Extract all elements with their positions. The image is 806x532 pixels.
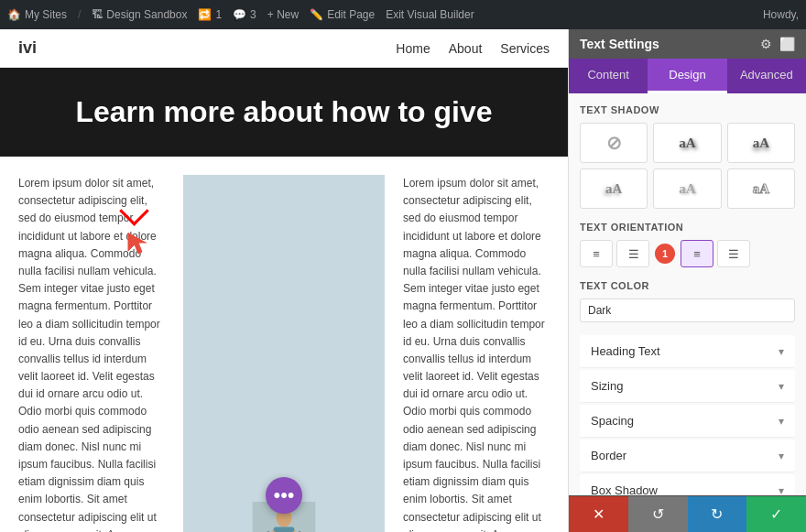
undo-icon: ↺ — [652, 505, 664, 523]
text-color-row: Dark Light Custom — [580, 299, 795, 322]
shadow-left[interactable]: aA — [580, 168, 648, 209]
chevron-down-icon: ▾ — [779, 345, 784, 358]
nav-home[interactable]: Home — [396, 41, 430, 56]
shadow-none[interactable]: ⊘ — [580, 123, 648, 163]
align-left-icon: ≡ — [593, 247, 600, 261]
text-color-select[interactable]: Dark Light Custom — [580, 299, 795, 322]
tab-content[interactable]: Content — [569, 59, 648, 93]
site-nav: ivi Home About Services — [0, 29, 568, 68]
panel-header-icons: ⚙ ⬜ — [760, 37, 795, 51]
right-panel: Text Settings ⚙ ⬜ Content Design Advance… — [568, 29, 806, 532]
text-color-label: Text Color — [580, 280, 795, 291]
no-shadow-icon: ⊘ — [606, 132, 622, 154]
save-icon: ✓ — [770, 505, 782, 523]
settings-icon[interactable]: ⚙ — [760, 37, 772, 51]
chevron-down-icon-4: ▾ — [779, 450, 784, 462]
hero-heading: Learn more about how to give — [18, 95, 550, 129]
shadow-left-label: aA — [605, 181, 622, 197]
new-item[interactable]: + New — [267, 8, 299, 21]
redo-button[interactable]: ↻ — [688, 496, 747, 532]
box-shadow-label: Box Shadow — [591, 483, 658, 495]
accordion-spacing[interactable]: Spacing ▾ — [580, 405, 795, 438]
panel-toolbar: ✕ ↺ ↻ ✓ — [569, 495, 806, 532]
page-area: ivi Home About Services Learn more about… — [0, 29, 568, 532]
shadow-bottom[interactable]: aA — [727, 123, 795, 163]
accordion-border-header[interactable]: Border ▾ — [580, 440, 795, 472]
my-sites-link[interactable]: 🏠 My Sites — [7, 8, 67, 21]
loop-icon: 🔁 — [198, 8, 212, 21]
text-orientation-label: Text Orientation — [580, 222, 795, 233]
accordion-box-shadow[interactable]: Box Shadow ▾ — [580, 474, 795, 495]
panel-tabs: Content Design Advanced — [569, 59, 806, 93]
site-menu: Home About Services — [396, 41, 550, 56]
heading-text-label: Heading Text — [591, 344, 660, 358]
nav-services[interactable]: Services — [500, 41, 550, 56]
chevron-down-icon-5: ▾ — [779, 484, 784, 496]
orient-justify[interactable]: ☰ — [717, 240, 750, 267]
design-sandbox-link[interactable]: 🏗 Design Sandbox — [92, 8, 187, 21]
chevron-down-icon-3: ▾ — [779, 415, 784, 428]
site-logo: ivi — [18, 38, 37, 58]
shadow-grey[interactable]: aA — [653, 168, 721, 209]
orient-left[interactable]: ≡ — [580, 240, 613, 267]
panel-header: Text Settings ⚙ ⬜ — [569, 29, 806, 59]
shadow-bottom-label: aA — [753, 136, 769, 151]
accordion-box-shadow-header[interactable]: Box Shadow ▾ — [580, 474, 795, 495]
fab-button[interactable]: ••• — [266, 477, 302, 514]
expand-icon[interactable]: ⬜ — [779, 37, 795, 51]
chevron-down-icon-2: ▾ — [779, 380, 784, 393]
exit-visual-builder[interactable]: Exit Visual Builder — [386, 8, 474, 21]
top-bar: 🏠 My Sites / 🏗 Design Sandbox 🔁 1 💬 3 + … — [0, 0, 806, 29]
shadow-grey-label: aA — [679, 181, 695, 197]
shadow-right[interactable]: aA — [653, 123, 721, 163]
shadow-grid: ⊘ aA aA aA aA aA — [580, 123, 795, 209]
undo-button[interactable]: ↺ — [628, 496, 688, 532]
save-button[interactable]: ✓ — [746, 496, 806, 532]
align-right-icon: ≡ — [693, 247, 701, 261]
nav-about[interactable]: About — [449, 41, 483, 56]
text-shadow-label: Text Shadow — [580, 104, 795, 115]
accordion-sizing[interactable]: Sizing ▾ — [580, 370, 795, 403]
hero-section: Learn more about how to give — [0, 68, 568, 157]
shadow-right-label: aA — [679, 136, 695, 151]
accordion-border[interactable]: Border ▾ — [580, 440, 795, 472]
howdy-label: Howdy, — [763, 8, 799, 21]
align-center-icon: ☰ — [628, 247, 638, 261]
orientation-number-badge: 1 — [655, 244, 675, 264]
svg-rect-2 — [274, 527, 295, 532]
panel-body: Text Shadow ⊘ aA aA aA aA aA — [569, 93, 806, 495]
shadow-outline[interactable]: aA — [727, 168, 795, 209]
right-text: Lorem ipsum dolor sit amet, consectetur … — [403, 175, 550, 532]
orient-center[interactable]: ☰ — [616, 240, 649, 267]
accordion-sizing-header[interactable]: Sizing ▾ — [580, 370, 795, 402]
edit-page-item[interactable]: ✏️ Edit Page — [310, 8, 375, 21]
align-justify-icon: ☰ — [728, 247, 739, 261]
panel-title: Text Settings — [580, 37, 659, 51]
orient-right[interactable]: ≡ — [681, 240, 713, 267]
accordion-spacing-header[interactable]: Spacing ▾ — [580, 405, 795, 437]
comments-item[interactable]: 💬 3 — [233, 8, 256, 21]
redo-icon: ↻ — [711, 505, 723, 523]
main-area: ivi Home About Services Learn more about… — [0, 29, 806, 532]
content-section: Lorem ipsum dolor sit amet, consectetur … — [0, 157, 568, 532]
shadow-outline-label: aA — [753, 181, 769, 197]
content-right: Lorem ipsum dolor sit amet, consectetur … — [403, 175, 550, 532]
accordion-heading-text[interactable]: Heading Text ▾ — [580, 335, 795, 368]
orientation-group: ≡ ☰ 1 ≡ ☰ — [580, 240, 795, 267]
spacing-label: Spacing — [591, 414, 634, 428]
comment-icon: 💬 — [233, 8, 246, 21]
home-icon: 🏠 — [7, 8, 21, 21]
site-icon: 🏗 — [92, 8, 103, 21]
border-label: Border — [591, 449, 626, 462]
accordion-heading-text-header[interactable]: Heading Text ▾ — [580, 335, 795, 367]
cancel-icon: ✕ — [593, 505, 604, 523]
edit-icon: ✏️ — [310, 8, 323, 21]
tab-design[interactable]: Design — [648, 59, 726, 93]
loop-item[interactable]: 🔁 1 — [198, 8, 222, 21]
tab-advanced[interactable]: Advanced — [727, 59, 806, 93]
sizing-label: Sizing — [591, 379, 623, 393]
cancel-button[interactable]: ✕ — [569, 496, 628, 532]
